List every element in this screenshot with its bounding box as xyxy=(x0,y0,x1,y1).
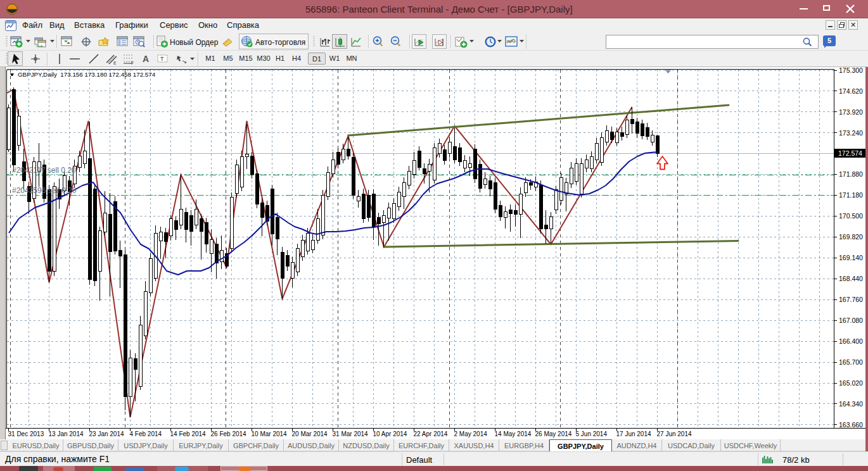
svg-text:173.240: 173.240 xyxy=(839,129,863,137)
svg-text:23 Jan 2014: 23 Jan 2014 xyxy=(89,430,124,437)
svg-text:14 May 2014: 14 May 2014 xyxy=(495,430,532,437)
svg-text:17 Jun 2014: 17 Jun 2014 xyxy=(616,430,651,437)
svg-text:26 May 2014: 26 May 2014 xyxy=(535,430,572,437)
svg-text:#2042117 sell 0.20: #2042117 sell 0.20 xyxy=(12,166,76,175)
svg-text:168.440: 168.440 xyxy=(839,275,863,282)
svg-text:172.574: 172.574 xyxy=(838,149,862,157)
svg-text:171.880: 171.880 xyxy=(839,170,863,178)
svg-text:166.400: 166.400 xyxy=(839,337,863,345)
svg-text:167.080: 167.080 xyxy=(839,317,863,324)
svg-text:#2043596 sell 0.20: #2043596 sell 0.20 xyxy=(12,186,77,195)
svg-text:173.920: 173.920 xyxy=(839,108,863,116)
svg-text:171.180: 171.180 xyxy=(839,191,863,199)
svg-text:169.820: 169.820 xyxy=(839,233,863,241)
svg-text:20 Mar 2014: 20 Mar 2014 xyxy=(292,430,328,437)
svg-text:167.760: 167.760 xyxy=(839,296,863,303)
svg-text:163.660: 163.660 xyxy=(839,421,863,429)
svg-text:GBPJPY,Daily 173.156 173.180: GBPJPY,Daily 173.156 173.180 172.458 172… xyxy=(18,71,156,78)
svg-text:10 Apr 2014: 10 Apr 2014 xyxy=(373,430,407,437)
svg-text:4 Feb 2014: 4 Feb 2014 xyxy=(130,430,162,437)
svg-text:31 Mar 2014: 31 Mar 2014 xyxy=(333,430,369,437)
svg-text:174.620: 174.620 xyxy=(839,87,863,95)
svg-text:22 Apr 2014: 22 Apr 2014 xyxy=(414,430,448,437)
svg-text:F: F xyxy=(131,61,134,65)
svg-text:T: T xyxy=(160,56,164,62)
svg-text:165.700: 165.700 xyxy=(839,358,863,366)
svg-text:175.300: 175.300 xyxy=(839,66,863,74)
svg-text:31 Dec 2013: 31 Dec 2013 xyxy=(8,430,44,437)
svg-text:E: E xyxy=(113,61,117,65)
svg-text:10 Mar 2014: 10 Mar 2014 xyxy=(252,430,288,437)
svg-text:165.020: 165.020 xyxy=(839,379,863,387)
svg-text:5 Jun 2014: 5 Jun 2014 xyxy=(576,430,608,437)
svg-text:169.140: 169.140 xyxy=(839,254,863,261)
svg-text:14 Feb 2014: 14 Feb 2014 xyxy=(170,430,207,437)
svg-text:2 May 2014: 2 May 2014 xyxy=(454,430,488,437)
svg-text:170.500: 170.500 xyxy=(839,212,863,220)
svg-text:13 Jan 2014: 13 Jan 2014 xyxy=(49,430,84,437)
svg-text:27 Jun 2014: 27 Jun 2014 xyxy=(657,430,692,437)
svg-text:26 Feb 2014: 26 Feb 2014 xyxy=(211,430,247,437)
svg-text:164.340: 164.340 xyxy=(839,400,863,408)
